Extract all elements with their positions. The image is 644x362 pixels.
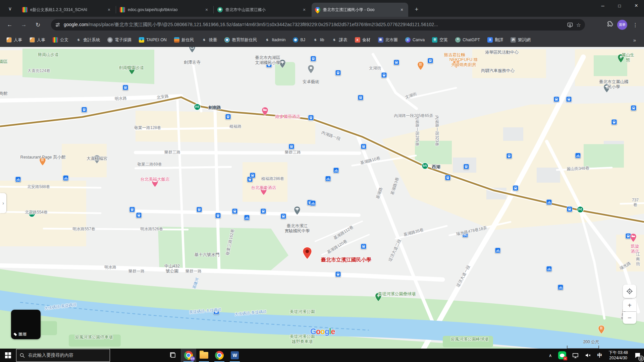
bookmark-star-icon[interactable]: ☆ — [576, 22, 581, 28]
bus-stop-icon[interactable] — [311, 56, 316, 62]
bookmark-item[interactable]: S後臺 — [198, 36, 220, 44]
bus-stop-icon[interactable] — [464, 164, 469, 170]
extensions-icon[interactable] — [607, 21, 613, 28]
bookmark-item[interactable]: Slib — [310, 36, 327, 44]
close-button[interactable]: × — [629, 0, 644, 11]
forward-button[interactable]: → — [19, 20, 29, 30]
network-tray-button[interactable] — [569, 349, 582, 362]
layers-button[interactable]: 圖層 — [11, 310, 41, 339]
reload-button[interactable]: ↻ — [33, 20, 43, 30]
bookmark-item[interactable]: 空空英 — [429, 36, 451, 44]
minimize-button[interactable]: ─ — [595, 0, 610, 11]
bike-share-icon[interactable] — [63, 175, 69, 181]
tab-close-icon[interactable]: × — [204, 7, 210, 13]
bike-share-icon[interactable] — [244, 215, 250, 221]
school-pin-icon[interactable] — [293, 206, 301, 217]
back-button[interactable]: ← — [5, 20, 15, 30]
bus-stop-icon[interactable] — [394, 60, 399, 65]
hotel-pin-icon[interactable] — [630, 233, 637, 244]
url-text[interactable]: google.com/maps/place/臺北市立濱江國民小學/@25.080… — [64, 22, 564, 28]
hotel-pin-icon[interactable] — [261, 107, 269, 118]
bookmark-item[interactable]: 圖北市圖 — [375, 36, 401, 44]
bus-stop-icon[interactable] — [214, 309, 219, 315]
bike-share-icon[interactable] — [546, 199, 552, 205]
bookmarks-overflow-icon[interactable]: » — [629, 37, 641, 43]
bike-share-icon[interactable] — [333, 168, 339, 173]
bus-stop-icon[interactable] — [136, 213, 142, 218]
destination-pin-icon[interactable] — [302, 247, 313, 261]
zoom-out-button[interactable]: − — [623, 312, 636, 324]
bike-share-icon[interactable] — [495, 248, 501, 253]
bus-stop-icon[interactable] — [261, 208, 266, 214]
restaurant-pin-icon[interactable] — [417, 61, 425, 72]
bus-stop-icon[interactable] — [215, 213, 221, 219]
bus-stop-icon[interactable] — [554, 97, 559, 102]
bus-stop-icon[interactable] — [335, 272, 341, 277]
bookmark-item[interactable]: 教育部新住民 — [221, 36, 260, 44]
zoom-in-button[interactable]: + — [623, 299, 636, 311]
park-pin-icon[interactable] — [617, 54, 625, 65]
bookmark-item[interactable]: S課表 — [329, 36, 351, 44]
taskbar-search[interactable]: 在此輸入要搜尋的內容 — [16, 349, 110, 362]
metro-station-icon[interactable] — [194, 104, 201, 112]
bike-share-icon[interactable] — [15, 177, 21, 182]
bus-stop-icon[interactable] — [335, 70, 341, 76]
bus-stop-icon[interactable] — [281, 214, 286, 219]
restaurant-pin-icon[interactable] — [39, 157, 47, 168]
taskbar-chrome2-button[interactable] — [212, 349, 227, 362]
bus-stop-icon[interactable] — [250, 173, 256, 178]
bookmark-item[interactable]: *ChatGPT — [452, 36, 483, 44]
tab-close-icon[interactable]: × — [399, 7, 405, 13]
bookmark-item[interactable]: SItadmin — [261, 36, 288, 44]
install-icon[interactable] — [567, 22, 573, 28]
task-view-button[interactable] — [165, 349, 181, 362]
side-panel-toggle[interactable]: › — [0, 193, 6, 213]
taskbar-clock[interactable]: 下午 03:48 2024/4/30 — [605, 350, 631, 361]
bus-stop-icon[interactable] — [361, 244, 367, 249]
bookmark-item[interactable]: 新住民 — [171, 36, 197, 44]
hotel-pin-icon[interactable] — [151, 178, 159, 189]
bus-stop-icon[interactable] — [232, 208, 238, 214]
bus-stop-icon[interactable] — [445, 175, 451, 181]
bike-share-icon[interactable] — [310, 200, 316, 206]
tab[interactable]: 臺北市立濱江國民小學 - Goo× — [312, 3, 408, 17]
tab-close-icon[interactable]: × — [301, 7, 307, 13]
bus-stop-icon[interactable] — [123, 85, 128, 90]
volume-muted-button[interactable] — [582, 349, 594, 362]
bike-share-icon[interactable] — [558, 285, 564, 290]
bus-stop-icon[interactable] — [567, 206, 573, 212]
bookmark-item[interactable]: 人事 — [3, 36, 25, 44]
tab-search-button[interactable]: ∨ — [4, 3, 16, 14]
metro-station-icon[interactable] — [29, 210, 36, 219]
bus-stop-icon[interactable] — [381, 72, 387, 78]
my-location-button[interactable] — [623, 285, 636, 298]
bus-stop-icon[interactable] — [308, 115, 314, 121]
bike-share-icon[interactable] — [575, 153, 581, 159]
taskbar-explorer-button[interactable] — [196, 349, 212, 362]
tab-close-icon[interactable]: × — [106, 7, 112, 13]
start-button[interactable] — [0, 349, 16, 362]
poi-pin-icon[interactable] — [93, 155, 101, 166]
bus-stop-icon[interactable] — [225, 114, 231, 120]
notification-center-button[interactable]: 2 — [631, 349, 644, 362]
site-info-icon[interactable] — [55, 22, 60, 27]
bike-share-icon[interactable] — [325, 176, 331, 182]
bus-stop-icon[interactable] — [129, 207, 135, 213]
bus-stop-icon[interactable] — [197, 207, 202, 213]
restaurant-pin-icon[interactable] — [598, 325, 605, 336]
tab[interactable]: 臺北市中山區濱江國小× — [214, 3, 311, 17]
bus-stop-icon[interactable] — [358, 95, 364, 101]
poi-pin-icon[interactable] — [307, 65, 315, 75]
bookmark-item[interactable]: 人事 — [26, 36, 48, 44]
tab[interactable]: e新公文系統1.2.3_0314_SCHAI× — [19, 3, 115, 17]
tab[interactable]: edoc.gov.taipei/tcqb/tbkn/ao× — [116, 3, 213, 17]
bookmark-item[interactable]: 公文 — [50, 36, 71, 44]
school-pin-icon[interactable] — [279, 59, 286, 70]
bookmark-item[interactable]: TTAIPEI ON — [136, 36, 170, 44]
bookmark-item[interactable]: X食材 — [352, 36, 374, 44]
bookmark-item[interactable]: CCanva — [402, 36, 428, 44]
omnibox[interactable]: google.com/maps/place/臺北市立濱江國民小學/@25.080… — [51, 19, 585, 31]
taskbar-chrome-button[interactable]: 晨華 — [181, 349, 196, 362]
bus-stop-icon[interactable] — [82, 107, 87, 113]
maximize-button[interactable]: □ — [612, 0, 627, 11]
